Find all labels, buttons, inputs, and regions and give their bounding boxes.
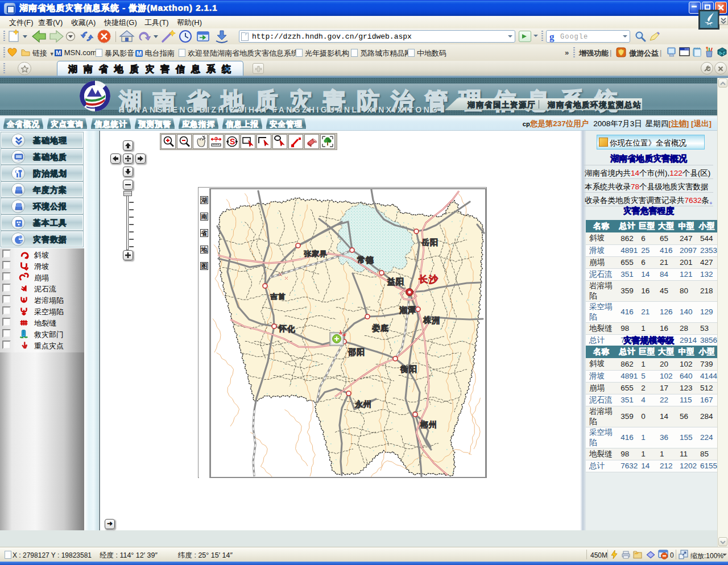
svg-text:S: S bbox=[230, 137, 235, 146]
svg-text:益阳: 益阳 bbox=[387, 277, 404, 286]
svg-text:衡阳: 衡阳 bbox=[400, 364, 417, 373]
svg-text:湘潭: 湘潭 bbox=[399, 305, 416, 314]
svg-text:怀化: 怀化 bbox=[278, 324, 296, 333]
svg-text:娄底: 娄底 bbox=[372, 323, 389, 333]
svg-text:永州: 永州 bbox=[354, 400, 372, 409]
svg-text:常德: 常德 bbox=[357, 255, 374, 264]
svg-text:邵阳: 邵阳 bbox=[348, 347, 365, 356]
svg-text:吉首: 吉首 bbox=[270, 292, 286, 301]
svg-text:张家界: 张家界 bbox=[304, 250, 328, 258]
svg-text:郴州: 郴州 bbox=[420, 420, 437, 429]
svg-text:长沙: 长沙 bbox=[419, 275, 439, 284]
svg-text:?: ? bbox=[214, 136, 218, 143]
svg-text:岳阳: 岳阳 bbox=[421, 238, 439, 247]
svg-text:株洲: 株洲 bbox=[423, 315, 440, 325]
